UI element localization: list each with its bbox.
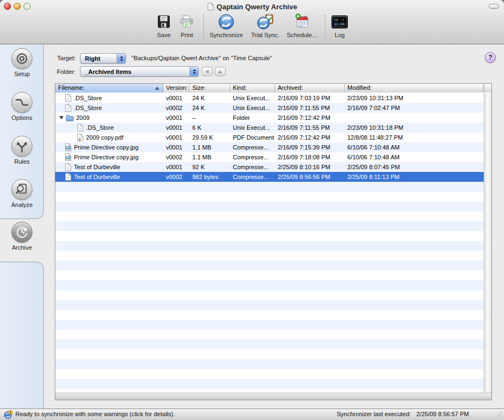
table-cell: v0001 [163,133,190,142]
schedule-label: Schedule... [287,32,317,38]
folder-label: Folder: [54,68,76,75]
trial-sync-clipboard-icon [256,13,274,31]
curve-icon [12,92,32,113]
svg-text:?: ? [67,176,70,181]
column-header-corner [484,84,491,93]
filename-text: .DS_Store [74,103,102,113]
disclosure-triangle-icon[interactable] [59,116,64,119]
table-cell: 2/16/09 7:03:19 PM [275,93,345,103]
synchronize-button[interactable]: Synchronize [202,13,251,38]
print-label: Print [181,32,193,38]
vertical-scrollbar[interactable] [484,93,491,393]
column-header-kind[interactable]: Kind: [230,84,275,93]
empty-table-row [55,271,484,280]
empty-table-row [55,221,484,231]
table-cell: Folder [230,113,275,123]
window-title: Qaptain Qwerty Archive [217,3,297,11]
target-popup[interactable]: Right [80,53,126,64]
empty-table-row [55,349,484,359]
log-button[interactable]: \n > 11:34:5 Log [323,13,356,38]
table-cell: v0001 [163,123,190,133]
empty-table-row [55,290,484,300]
svg-text:?: ? [67,166,70,171]
column-header-version[interactable]: Version: [163,84,190,93]
empty-table-row [55,389,484,393]
empty-table-row [55,320,484,330]
sidebar-item-analyze[interactable]: Analyze [0,179,44,208]
proxy-document-icon[interactable] [207,2,214,11]
table-cell: 6 K [190,123,230,133]
magnifier-document-icon [12,179,32,200]
folder-popup[interactable]: _Archived Items [80,66,199,77]
filename-text: Prime Directive copy.jpg [74,142,139,152]
table-cell: 1.1 MB [190,142,230,152]
toolbar-toggle-button[interactable] [489,4,499,9]
table-row[interactable]: ?.DS_Storev000224 KUnix Execut...2/16/09… [55,103,484,113]
doc-question-icon: ? [77,123,84,132]
folder-back-button[interactable] [202,67,213,76]
empty-table-row [55,300,484,310]
table-row[interactable]: Prime Directive copy.jpgv00011.1 MBCompr… [55,142,484,152]
sidebar-label-archive: Archive [12,244,32,251]
sidebar-panel-bottom [0,262,44,409]
schedule-button[interactable]: Schedule... [283,13,321,38]
table-cell: 29.59 K [190,133,230,142]
table-cell: 2/16/09 7:12:42 PM [275,133,345,142]
empty-table-row [55,251,484,261]
sidebar-item-rules[interactable]: Rules [0,136,44,165]
calendar-plus-icon [293,13,311,31]
sidebar-label-options: Options [12,114,32,121]
table-body: ?.DS_Storev000124 KUnix Execut...2/16/09… [55,93,484,393]
table-cell: 2/16/09 7:11:55 PM [275,123,345,133]
column-header-filename[interactable]: Filename: [55,84,163,93]
table-row[interactable]: ?.DS_Storev00016 KUnix Execut...2/16/09 … [55,123,484,133]
sidebar-item-setup[interactable]: Setup [0,48,44,77]
table-row[interactable]: ?.DS_Storev000124 KUnix Execut...2/16/09… [55,93,484,103]
table-cell: v0002 [163,103,190,113]
table-cell: 2/16/09 7:11:55 PM [275,103,345,113]
log-screen-line2: 11:34:5 [334,22,345,27]
print-button[interactable]: Print [170,13,203,38]
table-cell: Compresse... [230,152,275,162]
empty-table-row [55,192,484,202]
target-label: Target: [54,55,76,61]
table-row[interactable]: ?Test of Durbevillev0002982 bytesCompres… [55,172,484,182]
status-message[interactable]: Ready to synchronize with some warnings … [15,411,175,417]
empty-table-row [55,241,484,251]
trial-sync-button[interactable]: Trial Sync. [246,13,284,38]
sidebar-item-options[interactable]: Options [0,92,44,121]
column-header-modified[interactable]: Modified: [345,84,484,93]
folder-up-button[interactable] [215,67,226,76]
table-row[interactable]: Prime Directive copy.jpgv00021.1 MBCompr… [55,152,484,162]
table-cell: 2/25/09 8:07:45 PM [345,162,484,172]
table-cell: 2/23/09 10:31:18 PM [345,123,484,133]
table-cell: Unix Execut... [230,123,275,133]
column-header-size[interactable]: Size: [190,84,230,93]
help-button[interactable]: ? [485,52,496,63]
table-cell: 2/16/09 7:18:08 PM [275,152,345,162]
empty-table-row [55,340,484,349]
popup-arrows-icon [190,67,198,76]
table-row[interactable]: 2009 copy.pdfv000129.59 KPDF Document2/1… [55,133,484,142]
table-row[interactable]: ?Test of Durbevillev000192 KCompresse...… [55,162,484,172]
synchronize-label: Synchronize [210,32,243,38]
bullseye-icon [12,48,32,69]
column-header-archived[interactable]: Archived: [275,84,345,93]
resize-grip[interactable] [496,411,503,419]
empty-table-row [55,211,484,221]
last-executed-status: Synchronizer last executed: 2/25/09 8:56… [337,411,469,417]
doc-question-icon: ? [65,172,72,181]
sidebar-item-archive[interactable]: Archive [0,222,44,251]
horizontal-scrollbar[interactable] [55,393,491,400]
log-label: Log [335,32,345,38]
branch-arrows-icon [12,136,32,157]
archive-file-table: Filename: Version: Size: Kind: Archived:… [55,83,492,400]
log-screen-line1: \n > [334,18,345,22]
table-row[interactable]: 2009v0001–Folder2/16/09 7:12:42 PM [55,113,484,123]
status-bar: Ready to synchronize with some warnings … [0,409,504,420]
folder-icon [66,114,74,122]
help-glyph: ? [488,54,492,61]
filename-text: 2009 copy.pdf [86,133,123,142]
table-cell: 6/10/06 7:10:48 AM [345,152,484,162]
table-cell: 12/8/08 11:48:27 PM [345,133,484,142]
